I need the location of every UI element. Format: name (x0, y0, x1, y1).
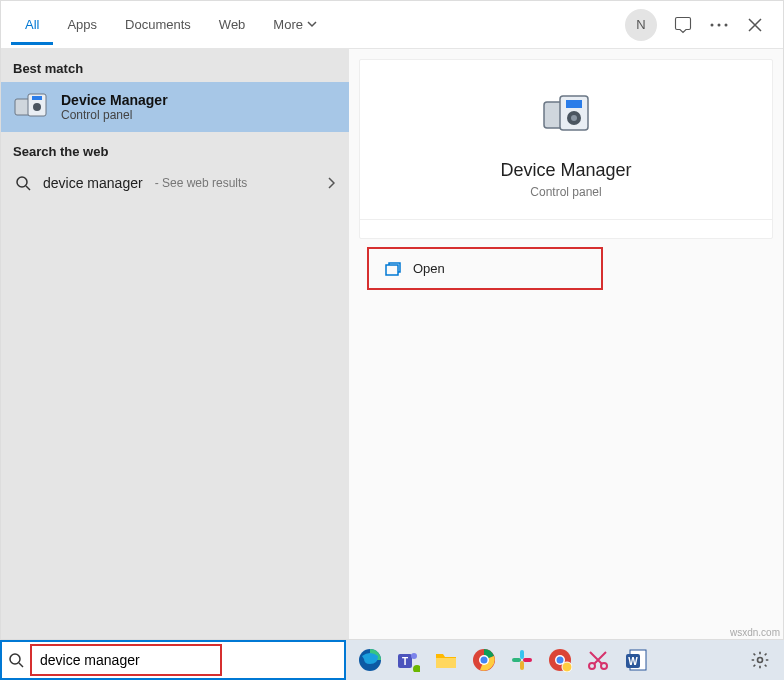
feedback-icon[interactable] (665, 7, 701, 43)
chrome-icon[interactable] (470, 646, 498, 674)
chrome-beta-icon[interactable] (546, 646, 574, 674)
close-icon (748, 18, 762, 32)
svg-rect-29 (523, 658, 532, 662)
taskbar: T W (0, 640, 784, 680)
svg-point-21 (413, 665, 420, 672)
svg-point-7 (17, 177, 27, 187)
windows-search-panel: All Apps Documents Web More N Best match (0, 0, 784, 640)
taskbar-search[interactable] (0, 640, 346, 680)
device-manager-large-icon (540, 90, 592, 142)
svg-point-13 (571, 115, 577, 121)
results-list: Best match Device Manager Control panel … (1, 49, 349, 639)
svg-line-8 (26, 186, 30, 190)
tab-all[interactable]: All (11, 5, 53, 45)
svg-rect-28 (520, 661, 524, 670)
svg-point-5 (33, 103, 41, 111)
svg-rect-11 (566, 100, 582, 108)
svg-point-2 (725, 23, 728, 26)
preview-subtitle: Control panel (530, 185, 601, 199)
svg-point-15 (10, 654, 20, 664)
tab-web[interactable]: Web (205, 5, 260, 45)
chevron-down-icon (307, 19, 317, 29)
close-button[interactable] (737, 7, 773, 43)
svg-point-39 (758, 658, 763, 663)
svg-point-1 (718, 23, 721, 26)
more-options-icon[interactable] (701, 7, 737, 43)
preview-title: Device Manager (500, 160, 631, 181)
svg-text:T: T (402, 656, 408, 667)
preview-card: Device Manager Control panel (359, 59, 773, 239)
section-best-match: Best match (1, 49, 349, 82)
tab-documents[interactable]: Documents (111, 5, 205, 45)
preview-pane: Device Manager Control panel Open (349, 49, 783, 639)
search-tabs: All Apps Documents Web More N (1, 1, 783, 49)
snip-icon[interactable] (584, 646, 612, 674)
edge-icon[interactable] (356, 646, 384, 674)
user-avatar[interactable]: N (625, 9, 657, 41)
settings-icon[interactable] (746, 646, 774, 674)
web-query: device manager (43, 175, 143, 191)
svg-text:W: W (628, 656, 638, 667)
result-title: Device Manager (61, 92, 168, 108)
svg-rect-27 (512, 658, 521, 662)
tab-more[interactable]: More (259, 5, 331, 45)
watermark: wsxdn.com (730, 627, 780, 638)
word-icon[interactable]: W (622, 646, 650, 674)
teams-icon[interactable]: T (394, 646, 422, 674)
web-result-device-manager[interactable]: device manager - See web results (1, 165, 349, 201)
chevron-right-icon (327, 177, 335, 189)
search-icon (15, 175, 31, 191)
svg-rect-6 (32, 96, 42, 100)
open-action[interactable]: Open (367, 247, 603, 290)
open-label: Open (413, 261, 445, 276)
result-device-manager[interactable]: Device Manager Control panel (1, 82, 349, 132)
web-hint: - See web results (155, 176, 248, 190)
taskbar-tray: T W (346, 646, 784, 674)
section-search-web: Search the web (1, 132, 349, 165)
svg-line-16 (19, 663, 23, 667)
svg-rect-26 (520, 650, 524, 659)
svg-point-20 (411, 653, 417, 659)
search-icon (8, 652, 24, 668)
search-input[interactable] (40, 652, 212, 668)
divider (360, 219, 772, 220)
tab-apps[interactable]: Apps (53, 5, 111, 45)
svg-rect-22 (436, 658, 456, 668)
open-icon (385, 262, 401, 276)
device-manager-icon (13, 92, 49, 122)
file-explorer-icon[interactable] (432, 646, 460, 674)
svg-point-0 (711, 23, 714, 26)
result-subtitle: Control panel (61, 108, 168, 122)
tab-more-label: More (273, 17, 303, 32)
svg-point-25 (481, 657, 488, 664)
slack-icon[interactable] (508, 646, 536, 674)
svg-point-33 (562, 662, 572, 672)
svg-point-32 (557, 657, 564, 664)
svg-rect-14 (386, 265, 398, 275)
